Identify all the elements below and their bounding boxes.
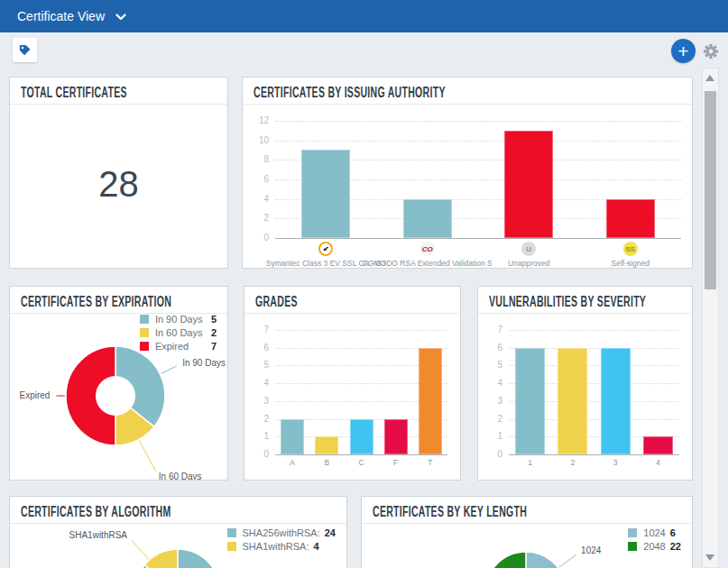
bar[interactable] xyxy=(419,348,442,454)
panel-title: GRADES xyxy=(255,294,298,310)
callout-line xyxy=(161,366,177,374)
slice-label: In 90 Days xyxy=(182,358,226,368)
scroll-up-arrow[interactable] xyxy=(705,75,714,81)
bar[interactable] xyxy=(504,131,553,238)
symantec-icon: ✔ xyxy=(318,242,333,256)
donut-svg: 10242048 xyxy=(362,524,693,568)
scrollbar[interactable] xyxy=(702,68,719,568)
slice-label: 1024 xyxy=(581,545,602,555)
bar[interactable] xyxy=(403,199,452,238)
x-axis-category-label: COMODO RSA Extended Validation S xyxy=(363,259,493,268)
panel-title: CERTIFICATES BY ISSUING AUTHORITY xyxy=(253,85,446,101)
y-axis-tick: 4 xyxy=(248,194,269,204)
panel-vulnerabilities-by-severity: VULNERABILITIES BY SEVERITY 012345671234 xyxy=(477,286,693,481)
y-axis-tick: 7 xyxy=(248,325,269,334)
panel-header: CERTIFICATES BY KEY LENGTH xyxy=(362,497,692,524)
panel-header: TOTAL CERTIFICATES xyxy=(10,78,227,105)
scrollbar-thumb[interactable] xyxy=(705,91,716,289)
bar[interactable] xyxy=(350,419,373,454)
bar[interactable] xyxy=(515,348,545,454)
x-axis-category-label: T xyxy=(428,458,432,467)
panel-certificates-by-expiration: CERTIFICATES BY EXPIRATION In 90 Days5In… xyxy=(9,286,228,481)
bar[interactable] xyxy=(558,348,587,454)
total-certificates-value: 28 xyxy=(10,164,227,205)
scroll-down-arrow[interactable] xyxy=(705,554,714,561)
bar[interactable] xyxy=(384,419,408,454)
x-axis-category-label: 4 xyxy=(656,458,660,467)
x-axis-category-label: 1 xyxy=(528,458,532,467)
x-axis-category-label: 3 xyxy=(613,458,618,467)
y-axis-tick: 10 xyxy=(248,135,269,145)
y-axis-tick: 6 xyxy=(248,174,269,184)
tag-filter-button[interactable] xyxy=(13,38,37,62)
issuing-authority-bar-chart: 024681012✔Symantec Class 3 EV SSL CA - G… xyxy=(248,106,687,267)
x-axis-category-label: F xyxy=(393,458,398,467)
y-axis-tick: 7 xyxy=(482,325,502,334)
key-length-donut-chart: 10242048 xyxy=(362,524,693,568)
x-axis-line xyxy=(275,454,447,455)
view-selector-bar[interactable]: Certificate View xyxy=(0,0,728,32)
x-axis-category-label: Unapproved xyxy=(508,259,549,268)
self-signed-icon: SS xyxy=(623,242,638,256)
panel-certificates-by-algorithm: CERTIFICATES BY ALGORITHM SHA256withRSA:… xyxy=(9,496,347,568)
panel-title: TOTAL CERTIFICATES xyxy=(21,85,127,101)
bar[interactable] xyxy=(606,199,655,238)
y-axis-tick: 6 xyxy=(248,343,269,353)
panel-title: CERTIFICATES BY EXPIRATION xyxy=(21,294,171,310)
x-axis-category-label: Self-signed xyxy=(611,259,650,268)
donut-slice[interactable] xyxy=(526,552,566,568)
grades-bar-chart: 01234567ABCFT xyxy=(248,317,453,478)
panel-issuing-authority: CERTIFICATES BY ISSUING AUTHORITY 024681… xyxy=(242,77,693,269)
y-axis-tick: 1 xyxy=(482,431,502,441)
y-axis-tick: 6 xyxy=(482,343,502,353)
donut-svg: SHA256withRSASHA1withRSA xyxy=(10,524,347,568)
bar[interactable] xyxy=(315,436,338,454)
settings-gear-icon[interactable] xyxy=(703,43,719,60)
y-axis-tick: 3 xyxy=(482,396,502,406)
tag-icon xyxy=(18,43,32,57)
y-axis-tick: 0 xyxy=(248,449,269,459)
donut-slice[interactable] xyxy=(144,549,178,568)
slice-label: In 60 Days xyxy=(159,472,202,481)
add-button[interactable]: + xyxy=(671,39,696,63)
view-title[interactable]: Certificate View xyxy=(17,9,105,23)
panel-header: VULNERABILITIES BY SEVERITY xyxy=(478,287,692,314)
panel-certificates-by-key-length: CERTIFICATES BY KEY LENGTH 10246204822 1… xyxy=(361,496,693,568)
x-axis-category-label: A xyxy=(290,458,295,467)
x-axis-category-label: C xyxy=(358,458,364,467)
bar[interactable] xyxy=(601,348,631,454)
panel-header: CERTIFICATES BY ISSUING AUTHORITY xyxy=(243,78,692,105)
bar[interactable] xyxy=(301,150,350,238)
panel-title: VULNERABILITIES BY SEVERITY xyxy=(489,294,646,310)
y-axis-tick: 2 xyxy=(248,414,269,424)
comodo-icon: CO xyxy=(420,242,435,256)
y-axis-tick: 0 xyxy=(248,233,269,243)
y-axis-tick: 8 xyxy=(248,154,269,164)
x-axis-line xyxy=(509,454,679,455)
panel-grades: GRADES 01234567ABCFT xyxy=(244,286,461,481)
panel-title: CERTIFICATES BY KEY LENGTH xyxy=(373,504,527,520)
slice-label: Expired xyxy=(19,390,50,400)
y-axis-tick: 5 xyxy=(482,360,502,370)
y-axis-tick: 2 xyxy=(482,414,502,424)
unapproved-icon: U xyxy=(521,242,536,256)
donut-hole xyxy=(96,376,135,416)
panel-header: GRADES xyxy=(244,287,460,314)
y-axis-tick: 12 xyxy=(248,115,269,125)
severity-bar-chart: 012345671234 xyxy=(482,317,685,478)
algorithm-donut-chart: SHA256withRSASHA1withRSA xyxy=(10,524,347,568)
y-axis-tick: 1 xyxy=(248,431,269,441)
expiration-donut-chart: In 90 DaysIn 60 DaysExpired xyxy=(10,314,228,481)
panel-header: CERTIFICATES BY ALGORITHM xyxy=(10,497,346,524)
slice-label: SHA1withRSA xyxy=(69,530,128,540)
donut-svg: In 90 DaysIn 60 DaysExpired xyxy=(10,314,228,481)
panel-header: CERTIFICATES BY EXPIRATION xyxy=(10,287,227,314)
y-axis-tick: 5 xyxy=(248,360,269,370)
bar[interactable] xyxy=(643,436,673,454)
callout-line xyxy=(132,540,149,559)
callout-line xyxy=(559,554,576,567)
x-axis-category-label: 2 xyxy=(571,458,576,467)
callout-line xyxy=(139,441,155,472)
bar[interactable] xyxy=(281,419,304,454)
y-axis-tick: 4 xyxy=(248,378,269,388)
